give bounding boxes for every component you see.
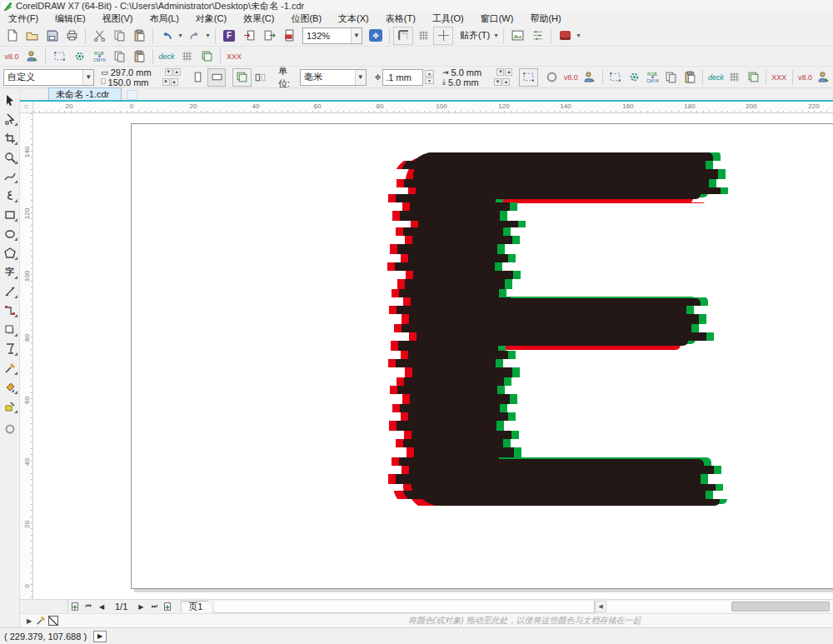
current-page-button[interactable] (252, 68, 270, 87)
macro-paste-button[interactable] (129, 47, 149, 66)
vertical-ruler[interactable]: 140120100806040200 (20, 113, 33, 599)
scroll-left-button[interactable]: ◀ (595, 601, 606, 612)
dimension-tool[interactable] (1, 282, 19, 300)
all-pages-button[interactable] (232, 68, 251, 87)
zoom-fit-button[interactable]: ✥ (366, 27, 386, 45)
menu-item-8[interactable]: 表格(T) (377, 12, 424, 25)
new-tab-button[interactable] (127, 90, 137, 100)
macro-copy-button[interactable] (662, 68, 681, 87)
print-button[interactable] (62, 27, 82, 45)
undo-dropdown[interactable]: ▾ (177, 32, 184, 39)
zoom-tool[interactable] (1, 148, 19, 166)
document-tab[interactable]: 未命名 -1.cdr (48, 87, 122, 100)
no-color-swatch[interactable] (48, 616, 58, 626)
crop-tool[interactable] (1, 129, 19, 147)
text-tool[interactable]: 字 (1, 263, 19, 281)
macro-layers-button[interactable] (744, 68, 762, 87)
menu-item-7[interactable]: 文本(X) (330, 12, 377, 25)
drop-shadow-tool[interactable] (1, 321, 19, 338)
macro-xxx-button[interactable]: XXX (770, 68, 788, 87)
page-width-spinner[interactable]: ▼▲ (165, 68, 181, 76)
page-height-field[interactable]: 150.0 mm (106, 77, 161, 87)
page-tab[interactable]: 页1 (181, 601, 213, 613)
application-launcher-button[interactable] (555, 27, 575, 45)
add-page-before-button[interactable] (68, 601, 82, 613)
macro-paste-button[interactable] (681, 68, 699, 87)
menu-item-0[interactable]: 文件(F) (0, 12, 47, 25)
macro-layers-button[interactable] (197, 47, 217, 66)
macro-deck-button[interactable]: deck (157, 47, 177, 66)
status-expand-button[interactable]: ▶ (93, 631, 107, 642)
settings-button[interactable] (527, 27, 547, 45)
scrollbar-thumb[interactable] (731, 602, 830, 612)
menu-item-3[interactable]: 布局(L) (141, 12, 187, 25)
outline-preview-button[interactable] (543, 68, 561, 87)
color-eyedropper-tool[interactable] (1, 359, 19, 377)
macro-user-button[interactable] (815, 68, 833, 87)
chevron-down-icon[interactable]: ▼ (82, 70, 93, 85)
previous-page-button[interactable]: ◀ (95, 601, 108, 613)
new-document-button[interactable] (2, 27, 22, 45)
menu-item-10[interactable]: 窗口(W) (472, 12, 522, 25)
copy-button[interactable] (109, 27, 129, 45)
horizontal-ruler[interactable]: 20020406080100120140160180200220 (33, 102, 833, 113)
import-button[interactable] (239, 27, 259, 45)
glitch-letter-artwork[interactable] (407, 152, 711, 506)
rectangle-tool[interactable] (1, 206, 19, 223)
portrait-button[interactable] (189, 68, 207, 87)
paste-button[interactable] (129, 27, 149, 45)
transparency-tool[interactable] (1, 340, 19, 357)
duplicate-x-field[interactable]: 5.0 mm (448, 67, 495, 77)
application-launcher-dropdown[interactable]: ▾ (575, 32, 582, 39)
units-combo[interactable]: 毫米 ▼ (300, 69, 367, 86)
page-width-field[interactable]: 297.0 mm (108, 67, 163, 77)
redo-button[interactable] (184, 27, 204, 45)
show-guidelines-button[interactable] (433, 27, 453, 45)
chevron-down-icon[interactable]: ▼ (355, 70, 366, 85)
scrollbar-track[interactable] (606, 601, 833, 612)
shape-tool[interactable] (1, 110, 19, 127)
publish-pdf-button[interactable] (279, 27, 299, 45)
menu-item-4[interactable]: 对象(C) (187, 12, 235, 25)
save-button[interactable] (42, 27, 62, 45)
macro-deck-button[interactable]: deck (706, 68, 725, 87)
first-page-button[interactable]: ⏮ (82, 601, 95, 613)
ruler-origin-button[interactable]: ⁙ (20, 102, 33, 113)
freehand-tool[interactable] (1, 167, 19, 185)
macro-gear-button[interactable] (69, 47, 89, 66)
zoom-level-combo[interactable]: 132% ▼ (302, 27, 362, 44)
macro-rgb-cmyk-button[interactable] (89, 47, 109, 66)
interactive-fill-tool[interactable] (1, 378, 19, 396)
horizontal-scrollbar[interactable]: ◀ (594, 601, 833, 613)
page-preset-combo[interactable]: 自定义 ▼ (3, 69, 94, 86)
nudge-spinner[interactable]: ▲▼ (425, 70, 434, 84)
snap-to-label[interactable]: 贴齐(T) (460, 29, 490, 42)
page-height-spinner[interactable]: ▼▲ (162, 78, 178, 86)
snap-to-dropdown[interactable]: ▾ (492, 32, 500, 39)
last-page-button[interactable]: ⏭ (147, 601, 161, 613)
macro-version-button[interactable]: v8.0 (796, 68, 814, 87)
macro-selection-button[interactable] (49, 47, 69, 66)
macro-gear-button[interactable] (625, 68, 643, 87)
chevron-down-icon[interactable]: ▼ (351, 28, 362, 43)
macro-user-button[interactable] (22, 47, 42, 66)
treat-as-filled-button[interactable] (519, 68, 537, 87)
add-page-after-button[interactable] (161, 601, 174, 613)
macro-copy-button[interactable] (109, 47, 129, 66)
show-grid-button[interactable] (413, 27, 433, 45)
macro-rgb-cmyk-button[interactable] (643, 68, 661, 87)
cut-button[interactable] (89, 27, 109, 45)
menu-item-2[interactable]: 视图(V) (94, 12, 142, 25)
duplicate-y-field[interactable]: 5.0 mm (446, 77, 492, 87)
artistic-media-tool[interactable] (1, 187, 19, 204)
palette-eyedropper-button[interactable] (35, 615, 47, 627)
smart-fill-tool[interactable] (1, 397, 19, 415)
drawing-canvas[interactable] (33, 113, 833, 599)
duplicate-x-spinner[interactable]: ▼▲ (496, 68, 512, 76)
macro-grid-button[interactable] (177, 47, 197, 66)
duplicate-y-spinner[interactable]: ▼▲ (494, 78, 510, 86)
landscape-button[interactable] (207, 68, 226, 87)
next-page-button[interactable]: ▶ (134, 601, 147, 613)
pick-tool[interactable] (1, 91, 19, 108)
nudge-field[interactable]: .1 mm (382, 69, 423, 86)
